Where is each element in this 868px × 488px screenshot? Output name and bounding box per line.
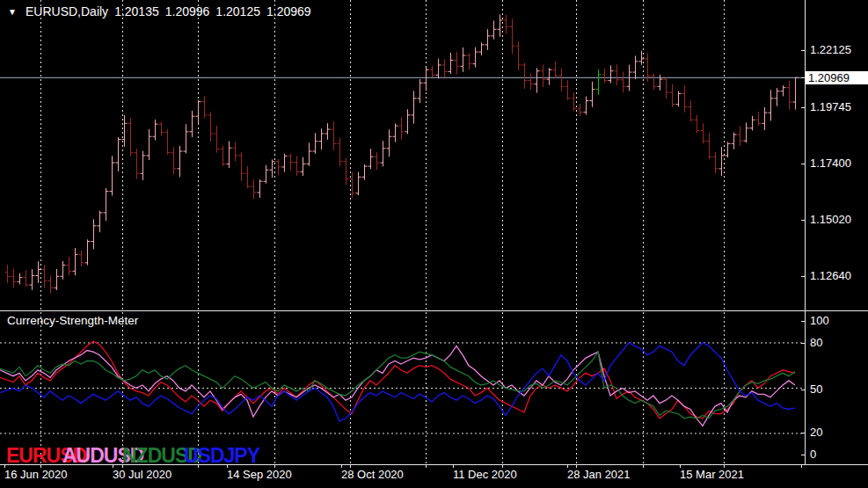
legend-usdjpy: USDJPY bbox=[184, 444, 259, 468]
price-axis-label: 1.15020 bbox=[810, 213, 851, 226]
date-axis-label: 28 Jan 2021 bbox=[567, 468, 631, 481]
price-axis-label: 1.22125 bbox=[810, 43, 851, 56]
quote-open: 1.20135 bbox=[114, 4, 159, 18]
current-price-marker: 1.20969 bbox=[806, 71, 868, 84]
indicator-axis-label: 100 bbox=[810, 314, 829, 327]
strength-line-eurusd bbox=[0, 341, 795, 419]
indicator-axis-label: 50 bbox=[810, 382, 822, 396]
price-axis-label: 1.19745 bbox=[810, 100, 851, 113]
quote-low: 1.20125 bbox=[215, 4, 260, 18]
price-axis-label: 1.17400 bbox=[810, 157, 851, 170]
date-axis-label: 30 Jul 2020 bbox=[113, 468, 171, 481]
chart-titlebar: ▼ EURUSD,Daily1.201351.209961.201251.209… bbox=[4, 4, 317, 19]
date-axis-label: 14 Sep 2020 bbox=[227, 468, 292, 481]
indicator-axis-label: 0 bbox=[810, 448, 816, 461]
date-axis-label: 28 Oct 2020 bbox=[341, 468, 404, 481]
strength-line-usdjpy bbox=[0, 343, 795, 421]
indicator-axis-label: 20 bbox=[810, 426, 822, 439]
indicator-title: Currency-Strength-Meter bbox=[7, 314, 138, 327]
chart-title: EURUSD,Daily1.201351.209961.201251.20969 bbox=[26, 4, 317, 18]
quote-close: 1.20969 bbox=[266, 4, 311, 18]
date-axis-label: 16 Jun 2020 bbox=[4, 468, 68, 481]
quote-high: 1.20996 bbox=[165, 4, 210, 18]
mt4-chart-window: ▼ EURUSD,Daily1.201351.209961.201251.209… bbox=[0, 0, 868, 488]
date-axis-label: 11 Dec 2020 bbox=[453, 468, 517, 481]
price-axis-label: 1.12640 bbox=[810, 269, 851, 282]
chart-canvas[interactable] bbox=[0, 0, 868, 488]
main-chart-bars bbox=[5, 14, 799, 293]
date-axis-label: 15 Mar 2021 bbox=[680, 468, 744, 481]
symbol-period-label: EURUSD,Daily bbox=[26, 4, 108, 18]
chart-menu-triangle-icon[interactable]: ▼ bbox=[4, 5, 21, 18]
indicator-axis-label: 80 bbox=[810, 336, 822, 349]
